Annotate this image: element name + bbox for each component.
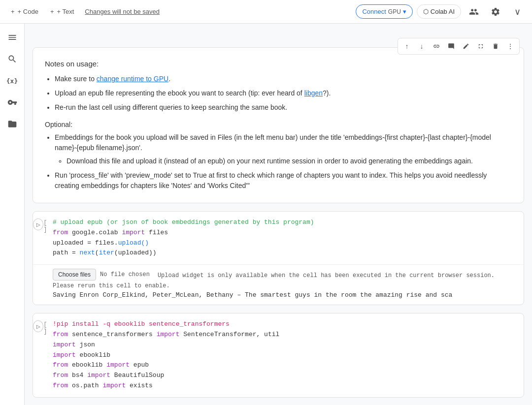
code-cell-2: ▷ [ ] !pip install -q ebooklib sentence_…	[33, 313, 524, 398]
rerun-note: Please rerun this cell to enable.	[53, 282, 518, 289]
connect-button[interactable]: Connect GPU ▾	[356, 4, 412, 19]
text-cell-content: Notes on usage: Make sure to change runt…	[33, 48, 524, 203]
cell-toolbar-text: ↑ ↓ ⋮	[398, 38, 520, 55]
cell-number-2: [ ]	[43, 321, 53, 335]
comment-button[interactable]	[444, 39, 458, 53]
colab-ai-button[interactable]: ⬡ Colab AI	[417, 4, 461, 19]
topbar-left: + + Code + + Text Changes will not be sa…	[6, 5, 160, 18]
sidebar-item-search[interactable]	[2, 49, 22, 69]
code-line: !pip install -q ebooklib sentence_transf…	[53, 319, 518, 330]
sidebar-item-menu[interactable]	[2, 28, 22, 47]
expand-cell-button[interactable]	[474, 39, 488, 53]
no-file-label: No file chosen	[100, 271, 150, 278]
notes-heading: Notes on usage:	[45, 60, 512, 68]
main-layout: {x} ↑ ↓	[0, 24, 532, 405]
sidebar-item-secrets[interactable]	[2, 93, 22, 112]
optional-heading: Optional:	[45, 121, 512, 128]
sidebar-item-variables[interactable]: {x}	[2, 71, 22, 91]
code-comment: # upload epub (or json of book embedding…	[53, 218, 518, 228]
sub-list: Download this file and upload it (instea…	[55, 156, 512, 166]
cell-run-area: ▷ [ ]	[33, 212, 53, 264]
code-line: uploaded = files.upload()	[53, 238, 518, 249]
code-cell-1: ▷ [ ] # upload epub (or json of book emb…	[33, 211, 524, 305]
choose-files-button[interactable]: Choose files	[53, 269, 96, 280]
settings-button[interactable]	[487, 3, 504, 21]
code-line: from google.colab import files	[53, 228, 518, 238]
sidebar-item-files[interactable]	[2, 114, 22, 134]
run-button-2[interactable]: ▷	[33, 320, 43, 332]
plus-text-icon: +	[50, 8, 54, 15]
list-item: Download this file and upload it (instea…	[66, 156, 512, 166]
upload-note: Upload widget is only available when the…	[158, 272, 495, 279]
colab-ai-icon: ⬡	[423, 8, 429, 15]
libgen-link[interactable]: libgen	[304, 89, 323, 97]
text-cell: ↑ ↓ ⋮ Notes on us	[33, 47, 524, 203]
sidebar: {x}	[0, 24, 25, 405]
topbar-right: Connect GPU ▾ ⬡ Colab AI ∨	[356, 3, 526, 21]
code-line: from os.path import exists	[53, 381, 518, 391]
code-line: import ebooklib	[53, 350, 518, 361]
list-item: Upload an epub file representing the ebo…	[55, 88, 512, 98]
expand-button[interactable]: ∨	[508, 3, 526, 21]
code-line: from sentence_transformers import Senten…	[53, 330, 518, 340]
topbar: + + Code + + Text Changes will not be sa…	[0, 0, 532, 24]
cell-run-area-2: ▷ [ ]	[33, 313, 53, 397]
delete-cell-button[interactable]	[489, 39, 502, 53]
widget-area: Choose files No file chosen Upload widge…	[33, 264, 524, 305]
plus-code-icon: +	[11, 8, 15, 15]
code-line: from bs4 import BeautifulSoup	[53, 371, 518, 381]
code-cell-inner-2: ▷ [ ] !pip install -q ebooklib sentence_…	[33, 313, 524, 397]
notes-list: Make sure to change runtime to GPU. Uplo…	[45, 74, 512, 113]
gpu-runtime-link[interactable]: change runtime to GPU	[97, 75, 168, 83]
add-code-button[interactable]: + + Code	[6, 5, 43, 18]
code-content-1[interactable]: # upload epub (or json of book embedding…	[53, 212, 524, 264]
code-cell-inner: ▷ [ ] # upload epub (or json of book emb…	[33, 212, 524, 264]
cell-number-1: [ ]	[43, 219, 53, 233]
accounts-button[interactable]	[465, 3, 483, 21]
list-item: Embeddings for the book you upload will …	[55, 132, 512, 166]
edit-button[interactable]	[459, 39, 473, 53]
connect-dropdown-icon[interactable]: ▾	[403, 8, 406, 15]
gpu-badge: GPU	[388, 8, 401, 15]
content-area: ↑ ↓ ⋮ Notes on us	[25, 24, 532, 405]
list-item: Re-run the last cell using different que…	[55, 102, 512, 113]
code-line: path = next(iter(uploaded))	[53, 248, 518, 258]
move-down-button[interactable]: ↓	[415, 39, 429, 53]
saving-line: Saving Enron Corp_Elkind, Peter_McLean, …	[53, 291, 518, 299]
list-item: Make sure to change runtime to GPU.	[55, 74, 512, 84]
optional-list: Embeddings for the book you upload will …	[45, 132, 512, 191]
run-button-1[interactable]: ▷	[33, 218, 43, 230]
code-line: import json	[53, 340, 518, 350]
add-text-button[interactable]: + + Text	[45, 5, 79, 18]
code-content-2[interactable]: !pip install -q ebooklib sentence_transf…	[53, 313, 524, 397]
more-options-button[interactable]: ⋮	[503, 39, 517, 53]
list-item: Run 'process_file' with 'preview_mode' s…	[55, 170, 512, 191]
unsaved-message[interactable]: Changes will not be saved	[85, 8, 160, 15]
link-button[interactable]	[430, 39, 443, 53]
move-up-button[interactable]: ↑	[400, 39, 414, 53]
code-line: from ebooklib import epub	[53, 360, 518, 371]
